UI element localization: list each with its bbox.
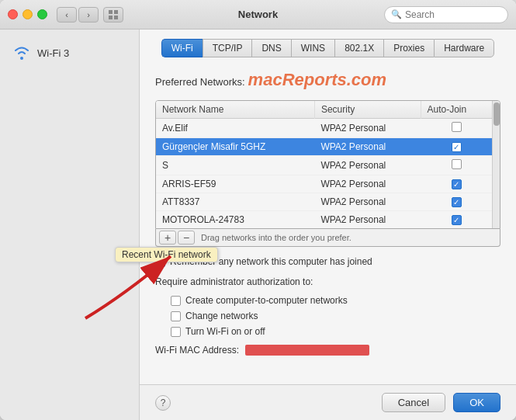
content-area: Wi-Fi 3 Wi-Fi TCP/IP DNS WINS 802.1X Pro… — [0, 30, 516, 420]
forward-button[interactable]: › — [78, 7, 99, 23]
preferred-row: Preferred Networks: macReports.com — [155, 70, 500, 94]
network-name-cell: S — [156, 156, 314, 175]
change-option-row: Change networks — [171, 311, 500, 321]
tooltip: Recent Wi-Fi network — [115, 247, 218, 262]
svg-rect-1 — [114, 10, 118, 14]
svg-point-4 — [20, 57, 23, 60]
tab-8021x[interactable]: 802.1X — [334, 39, 383, 57]
help-button[interactable]: ? — [155, 395, 171, 411]
col-autojoin: Auto-Join — [421, 101, 492, 119]
network-name-cell: Gürgençler Misafir 5GHZ — [156, 138, 314, 156]
autojoin-cell — [421, 156, 492, 175]
autojoin-checkbox[interactable]: ✓ — [452, 142, 462, 152]
traffic-lights — [8, 9, 47, 19]
create-option-row: Create computer-to-computer networks — [171, 295, 500, 306]
autojoin-cell: ✓ — [421, 175, 492, 193]
autojoin-checkbox[interactable] — [452, 122, 462, 132]
close-button[interactable] — [8, 9, 18, 19]
security-cell: WPA2 Personal — [314, 193, 421, 211]
sidebar: Wi-Fi 3 — [0, 30, 140, 420]
table-flex: Network Name Security Auto-Join Av.ElifW… — [156, 101, 492, 228]
security-cell: WPA2 Personal — [314, 175, 421, 193]
mac-value-bar — [245, 345, 369, 356]
table-row[interactable]: Av.ElifWPA2 Personal — [156, 119, 492, 138]
tab-hardware[interactable]: Hardware — [434, 39, 494, 57]
table-row[interactable]: MOTOROLA-24783WPA2 Personal✓ — [156, 211, 492, 229]
title-bar: ‹ › Network 🔍 — [0, 0, 516, 30]
table-header-row: Network Name Security Auto-Join — [156, 101, 492, 119]
table-row[interactable]: Gürgençler Misafir 5GHZWPA2 Personal✓ — [156, 138, 492, 156]
table-row[interactable]: ARRIS-EF59WPA2 Personal✓ — [156, 175, 492, 193]
table-row[interactable]: SWPA2 Personal — [156, 156, 492, 175]
tab-proxies[interactable]: Proxies — [383, 39, 434, 57]
nav-buttons: ‹ › — [57, 7, 99, 23]
security-cell: WPA2 Personal — [314, 138, 421, 156]
bottom-left: ? — [155, 395, 374, 411]
table-row[interactable]: ATT8337WPA2 Personal✓ — [156, 193, 492, 211]
search-input[interactable] — [405, 9, 498, 20]
col-network-name: Network Name — [156, 101, 314, 119]
tab-tcpip[interactable]: TCP/IP — [203, 39, 252, 57]
autojoin-checkbox[interactable]: ✓ — [452, 179, 462, 189]
wifi-sidebar-item[interactable]: Wi-Fi 3 — [0, 37, 139, 68]
security-cell: WPA2 Personal — [314, 156, 421, 175]
back-button[interactable]: ‹ — [57, 7, 77, 23]
wifi-icon — [12, 43, 31, 62]
autojoin-cell — [421, 119, 492, 138]
wifi-label: Wi-Fi 3 — [37, 47, 69, 59]
scroll-thumb[interactable] — [493, 102, 500, 126]
bottom-bar: ? Cancel OK — [140, 384, 516, 420]
zoom-button[interactable] — [37, 9, 47, 19]
options-section: ✓ Remember any network this computer has… — [155, 256, 500, 337]
tab-wins[interactable]: WINS — [291, 39, 334, 57]
networks-table: Network Name Security Auto-Join Av.ElifW… — [156, 101, 492, 228]
minimize-button[interactable] — [23, 9, 33, 19]
search-box[interactable]: 🔍 — [384, 6, 508, 23]
autojoin-checkbox[interactable]: ✓ — [452, 197, 462, 207]
panel-content: Preferred Networks: macReports.com Netwo… — [140, 57, 516, 384]
main-panel: Wi-Fi TCP/IP DNS WINS 802.1X Proxies Har… — [140, 30, 516, 420]
autojoin-cell: ✓ — [421, 211, 492, 229]
network-name-cell: ARRIS-EF59 — [156, 175, 314, 193]
create-label: Create computer-to-computer networks — [185, 295, 348, 306]
watermark: macReports.com — [248, 70, 387, 90]
require-label: Require administrator authorization to: — [155, 276, 500, 287]
create-checkbox[interactable] — [171, 296, 181, 306]
security-cell: WPA2 Personal — [314, 119, 421, 138]
security-cell: WPA2 Personal — [314, 211, 421, 229]
add-network-button[interactable]: + — [159, 231, 176, 245]
networks-table-wrapper: Network Name Security Auto-Join Av.ElifW… — [155, 100, 500, 229]
tabs-container: Wi-Fi TCP/IP DNS WINS 802.1X Proxies Har… — [140, 30, 516, 57]
col-security: Security — [314, 101, 421, 119]
network-name-cell: MOTOROLA-24783 — [156, 211, 314, 229]
search-icon: 🔍 — [391, 9, 402, 19]
autojoin-cell: ✓ — [421, 193, 492, 211]
preferred-label: Preferred Networks: — [155, 76, 245, 88]
remove-network-button[interactable]: − — [178, 231, 195, 245]
svg-rect-0 — [109, 10, 113, 14]
grid-button[interactable] — [103, 7, 123, 23]
autojoin-checkbox[interactable] — [452, 159, 462, 169]
tab-dns[interactable]: DNS — [251, 39, 290, 57]
svg-rect-2 — [109, 16, 113, 19]
ok-button[interactable]: OK — [453, 393, 500, 412]
turn-checkbox[interactable] — [171, 327, 181, 337]
network-name-cell: Av.Elif — [156, 119, 314, 138]
network-name-cell: ATT8337 — [156, 193, 314, 211]
change-label: Change networks — [185, 311, 258, 321]
table-controls: + − Drag networks into the order you pre… — [155, 229, 500, 247]
change-checkbox[interactable] — [171, 311, 181, 321]
mac-row: Wi-Fi MAC Address: — [155, 345, 500, 356]
mac-label: Wi-Fi MAC Address: — [155, 345, 239, 356]
tab-wifi[interactable]: Wi-Fi — [161, 39, 203, 57]
window-title: Network — [238, 9, 278, 20]
autojoin-checkbox[interactable]: ✓ — [452, 215, 462, 225]
turn-label: Turn Wi-Fi on or off — [185, 326, 265, 337]
turn-option-row: Turn Wi-Fi on or off — [171, 326, 500, 337]
drag-hint: Drag networks into the order you prefer. — [201, 233, 352, 242]
svg-rect-3 — [114, 16, 118, 19]
autojoin-cell: ✓ — [421, 138, 492, 156]
scrollbar[interactable] — [492, 101, 500, 228]
cancel-button[interactable]: Cancel — [382, 393, 445, 412]
